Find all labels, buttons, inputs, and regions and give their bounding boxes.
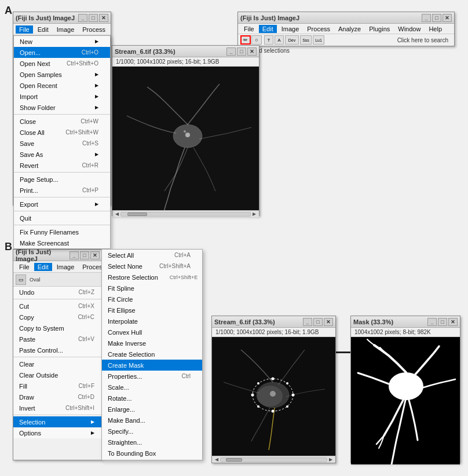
menu-options-b[interactable]: Options xyxy=(13,427,106,438)
img-min-a[interactable]: _ xyxy=(226,47,236,56)
menu-cut-b[interactable]: CutCtrl+X xyxy=(13,301,106,312)
tool-a2[interactable]: A xyxy=(275,35,284,45)
sub-create-mask[interactable]: Create Mask xyxy=(102,360,202,371)
maximize-btn[interactable]: □ xyxy=(89,14,98,22)
menu-fill-b[interactable]: FillCtrl+F xyxy=(13,380,106,391)
menu-clear-outside-b[interactable]: Clear Outside xyxy=(13,369,106,380)
menu-file-b[interactable]: File xyxy=(16,263,33,271)
sub-to-bounding[interactable]: To Bounding Box xyxy=(102,448,202,459)
sub-scale[interactable]: Scale... xyxy=(102,382,202,393)
freehand-icon[interactable]: ✏ xyxy=(240,35,251,45)
tool-a1[interactable]: T xyxy=(264,35,273,45)
sub-fit-circle[interactable]: Fit Circle xyxy=(102,294,202,305)
sub-convex-hull[interactable]: Convex Hull xyxy=(102,327,202,338)
menu-edit-ar[interactable]: Edit xyxy=(259,25,277,33)
menu-fix-filenames[interactable]: Fix Funny Filenames xyxy=(14,226,110,237)
menu-invert-b[interactable]: InvertCtrl+Shift+I xyxy=(13,402,106,413)
sub-straighten[interactable]: Straighten... xyxy=(102,437,202,448)
sub-create-sel[interactable]: Create Selection xyxy=(102,349,202,360)
menu-image-ar[interactable]: Image xyxy=(278,25,303,33)
menu-window-ar[interactable]: Window xyxy=(394,25,424,33)
sub-line-to-area[interactable]: Line to Area xyxy=(102,459,202,460)
sub-select-none[interactable]: Select NoneCtrl+Shift+A xyxy=(102,261,202,272)
sub-rotate[interactable]: Rotate... xyxy=(102,393,202,404)
menu-selection-b[interactable]: Selection xyxy=(13,416,106,427)
tool-dev[interactable]: Dev xyxy=(285,35,299,45)
menu-process-ar[interactable]: Process xyxy=(304,25,334,33)
sub-properties[interactable]: Properties...Ctrl xyxy=(102,371,202,382)
menu-new[interactable]: New xyxy=(14,36,110,47)
menu-export[interactable]: Export xyxy=(14,199,110,210)
menu-draw-b[interactable]: DrawCtrl+D xyxy=(13,391,106,402)
menu-file-ar[interactable]: File xyxy=(240,25,258,33)
menu-image-b[interactable]: Image xyxy=(53,263,78,271)
img-max-a[interactable]: □ xyxy=(237,47,246,56)
menu-edit-a[interactable]: Edit xyxy=(34,25,52,34)
stream-scrollbar-b[interactable]: ◀ ▶ xyxy=(212,456,335,463)
stream-scroll-right[interactable]: ▶ xyxy=(327,456,334,463)
menu-revert[interactable]: RevertCtrl+R xyxy=(14,160,110,171)
menu-undo-b[interactable]: UndoCtrl+Z xyxy=(13,287,106,298)
sub-fit-ellipse[interactable]: Fit Ellipse xyxy=(102,305,202,316)
mask-close-b[interactable]: ✕ xyxy=(448,318,458,326)
stream-max-b[interactable]: □ xyxy=(313,318,323,326)
tool-sss[interactable]: Sss xyxy=(300,35,312,45)
menu-open-samples[interactable]: Open Samples xyxy=(14,69,110,80)
b-max-btn[interactable]: □ xyxy=(80,251,89,259)
tool-lu1[interactable]: Lu1 xyxy=(313,35,324,45)
tool-rect-b[interactable]: ▭ xyxy=(16,274,26,285)
menu-clear-b[interactable]: Clear xyxy=(13,358,106,369)
stream-scroll-left[interactable]: ◀ xyxy=(213,456,220,463)
maximize-btn-r[interactable]: □ xyxy=(432,14,441,22)
sub-select-all[interactable]: Select AllCtrl+A xyxy=(102,250,202,261)
menu-save-as[interactable]: Save As xyxy=(14,149,110,160)
sub-fit-spline[interactable]: Fit Spline xyxy=(102,283,202,294)
menu-copy-b[interactable]: CopyCtrl+C xyxy=(13,312,106,323)
menu-import[interactable]: Import xyxy=(14,91,110,102)
scrollbar-a[interactable]: ◀ ▶ xyxy=(112,210,259,217)
menu-close[interactable]: CloseCtrl+W xyxy=(14,116,110,127)
sub-make-band[interactable]: Make Band... xyxy=(102,415,202,426)
minimize-btn-r[interactable]: _ xyxy=(422,14,431,22)
menu-make-screencast[interactable]: Make Screencast xyxy=(14,237,110,248)
stream-scrollthumb-b[interactable] xyxy=(226,458,242,462)
stream-close-b[interactable]: ✕ xyxy=(324,318,333,326)
menu-open-recent[interactable]: Open Recent xyxy=(14,80,110,91)
menu-show-folder[interactable]: Show Folder xyxy=(14,102,110,113)
sub-interpolate[interactable]: Interpolate xyxy=(102,316,202,327)
sub-make-inverse[interactable]: Make Inverse xyxy=(102,338,202,349)
mask-max-b[interactable]: □ xyxy=(438,318,447,326)
menu-print[interactable]: Print...Ctrl+P xyxy=(14,185,110,196)
scroll-left-a[interactable]: ◀ xyxy=(114,211,120,218)
sub-restore-sel[interactable]: Restore SelectionCtrl+Shift+E xyxy=(102,272,202,283)
close-btn-r[interactable]: ✕ xyxy=(443,14,452,22)
b-close-btn[interactable]: ✕ xyxy=(90,251,100,259)
selection-icon[interactable]: ○ xyxy=(251,35,262,45)
scrollthumb-a[interactable] xyxy=(127,213,147,216)
sub-enlarge[interactable]: Enlarge... xyxy=(102,404,202,415)
menu-quit[interactable]: Quit xyxy=(14,213,110,224)
close-btn[interactable]: ✕ xyxy=(99,14,108,22)
menu-analyze-ar[interactable]: Analyze xyxy=(335,25,364,33)
menu-page-setup[interactable]: Page Setup... xyxy=(14,174,110,185)
menu-close-all[interactable]: Close AllCtrl+Shift+W xyxy=(14,127,110,138)
stream-min-b[interactable]: _ xyxy=(303,318,312,326)
menu-edit-b[interactable]: Edit xyxy=(34,263,52,271)
menu-paste-ctrl-b[interactable]: Paste Control... xyxy=(13,345,106,356)
menu-open[interactable]: Open...Ctrl+O xyxy=(14,47,110,58)
b-min-btn[interactable]: _ xyxy=(70,251,79,259)
menu-copy-system-b[interactable]: Copy to System xyxy=(13,323,106,334)
menu-paste-b[interactable]: PasteCtrl+V xyxy=(13,334,106,345)
menu-help-ar[interactable]: Help xyxy=(425,25,445,33)
menu-open-next[interactable]: Open NextCtrl+Shift+O xyxy=(14,58,110,69)
scroll-right-a[interactable]: ▶ xyxy=(251,211,258,218)
menu-plugins-ar[interactable]: Plugins xyxy=(365,25,393,33)
minimize-btn[interactable]: _ xyxy=(78,14,87,22)
menu-process-a[interactable]: Process xyxy=(79,25,109,34)
menu-file-a[interactable]: File xyxy=(16,25,33,34)
sub-specify[interactable]: Specify... xyxy=(102,426,202,437)
img-close-a[interactable]: ✕ xyxy=(247,47,257,56)
menu-image-a[interactable]: Image xyxy=(53,25,78,34)
menu-save[interactable]: SaveCtrl+S xyxy=(14,138,110,149)
mask-min-b[interactable]: _ xyxy=(427,318,437,326)
